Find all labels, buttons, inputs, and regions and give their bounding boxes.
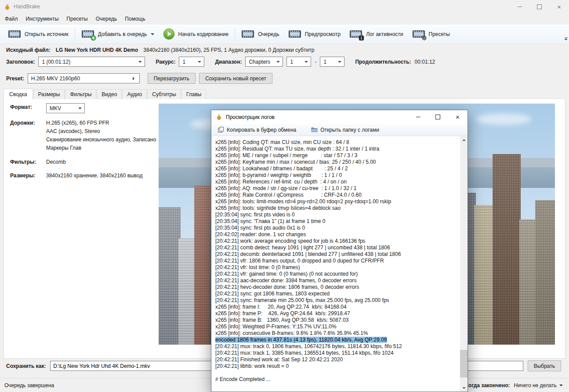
open-source-button[interactable]: Открыть источник xyxy=(4,27,73,41)
activity-log-button[interactable]: Лог активности xyxy=(345,27,407,41)
scrollbar-thumb[interactable] xyxy=(460,350,468,378)
reload-preset-button[interactable]: Перезагрузить xyxy=(148,73,196,84)
log-line-0: x265 [info]: Coding QT: max CU size, min… xyxy=(215,139,458,146)
close-button[interactable]: × xyxy=(549,0,569,13)
menu-item-2[interactable]: Пресеты xyxy=(62,13,91,25)
log-close-button[interactable]: × xyxy=(448,110,468,124)
tab-5[interactable]: Субтитры xyxy=(147,89,181,99)
chevron-down-icon xyxy=(276,61,280,65)
tab-0[interactable]: Сводка xyxy=(4,89,33,100)
log-line-14: [20:42:02] reader: done. 1 scr changes xyxy=(215,231,458,238)
format-select[interactable]: MKV xyxy=(46,103,85,113)
log-line-32: [20:42:21] mux: track 1, 3385 frames, 13… xyxy=(215,350,458,356)
log-line-16: [20:42:21] comb detect: heavy 1091 | lig… xyxy=(215,245,458,251)
building xyxy=(194,186,211,345)
preset-select[interactable]: H.265 MKV 2160p60 xyxy=(28,73,140,83)
log-line-9: x265 [info]: tools: limit-modes rd=4 psy… xyxy=(215,198,458,205)
tab-3[interactable]: Видео xyxy=(97,89,122,99)
scroll-down-arrow[interactable] xyxy=(460,384,468,392)
tab-4[interactable]: Аудио xyxy=(122,89,147,99)
chevron-down-icon xyxy=(151,33,154,37)
toolbar-overflow-chevron[interactable] xyxy=(564,37,568,42)
log-line-4: x265 [info]: Lookahead / bframes / badap… xyxy=(215,165,458,172)
log-title-bar[interactable]: Просмотрщик логов × xyxy=(211,110,468,124)
log-line-13: [20:35:04] sync: first pts audio 0x1 is … xyxy=(215,225,458,231)
preset-row: Preset: H.265 MKV 2160p60 Перезагрузить … xyxy=(6,73,272,84)
copy-to-clipboard-button[interactable]: Копировать в буфер обмена xyxy=(216,126,298,134)
log-line-20: [20:42:21] vfr: gained time: 0 (0 frames… xyxy=(215,271,458,277)
duration-label: Продолжительность: xyxy=(355,59,411,65)
chevron-down-icon xyxy=(304,61,308,65)
when-done-dropdown[interactable]: Ничего не делать xyxy=(514,382,563,388)
menu-item-3[interactable]: Очередь xyxy=(92,13,121,25)
save-as-label: Сохранить как: xyxy=(6,363,46,369)
add-to-queue-label: Добавить в очередь xyxy=(98,31,147,37)
dimensions-value: 3840x2160 хранение, 3840x2160 вывод xyxy=(46,172,142,180)
when-done-group: Когда закончено: Ничего не делать xyxy=(465,382,565,388)
chevron-right-icon xyxy=(133,77,136,80)
log-minimize-button[interactable] xyxy=(408,110,428,124)
handbrake-logo-icon xyxy=(4,4,11,10)
log-maximize-button[interactable] xyxy=(428,110,448,124)
browse-button[interactable]: Выбрать xyxy=(528,360,561,371)
chevron-down-icon xyxy=(559,385,563,388)
presets-button[interactable]: Пресеты xyxy=(408,27,454,41)
window-controls: × xyxy=(510,0,569,13)
angle-select-value: 1 xyxy=(182,59,185,65)
start-encode-button[interactable]: Начать кодирование xyxy=(159,26,233,42)
range-type-value: Chapters xyxy=(249,59,270,65)
building xyxy=(178,238,196,345)
building xyxy=(519,219,537,345)
open-log-folder-button[interactable]: Открыть папку с логами xyxy=(309,126,381,134)
range-label: Диапазон: xyxy=(215,59,242,65)
filters-label: Фильтры: xyxy=(10,158,46,166)
format-select-value: MKV xyxy=(50,104,61,112)
when-done-label: Когда закончено: xyxy=(465,382,510,388)
building xyxy=(493,154,520,345)
log-line-31: [20:42:21] mux: track 0, 1806 frames, 10… xyxy=(215,343,458,350)
log-line-11: [20:35:04] sync: first pts video is 0 xyxy=(215,212,458,218)
building xyxy=(474,205,494,345)
log-line-22: [20:42:21] hevc-decoder done: 1806 frame… xyxy=(215,284,458,291)
angle-label: Ракурс: xyxy=(156,59,175,65)
log-scrollbar[interactable] xyxy=(460,136,468,392)
minimize-button[interactable] xyxy=(510,0,529,13)
maximize-button[interactable] xyxy=(529,0,549,13)
track-line-3: Маркеры Глав xyxy=(46,144,156,152)
menu-item-0[interactable]: Файл xyxy=(1,13,22,25)
tab-1[interactable]: Размеры xyxy=(33,89,65,99)
log-line-23: [20:42:21] sync: got 1806 frames, 1803 e… xyxy=(215,291,458,297)
preview-button[interactable]: Предпросмотр xyxy=(284,27,345,41)
main-toolbar: Открыть источник Добавить в очередь Нача… xyxy=(0,25,569,44)
building xyxy=(159,207,181,345)
log-toolbar: Копировать в буфер обмена Открыть папку … xyxy=(211,124,468,136)
range-from-value: 1 xyxy=(290,59,293,65)
chevron-down-icon xyxy=(78,108,82,111)
range-type-select[interactable]: Chapters xyxy=(245,57,283,67)
summary-fields: Формат: MKV Дорожки: H.265 (x265), 60 FP… xyxy=(10,103,157,185)
range-from-select[interactable]: 1 xyxy=(286,57,311,67)
angle-select[interactable]: 1 xyxy=(179,57,204,67)
log-line-30: encoded 1806 frames in 437.81s (4.13 fps… xyxy=(215,337,458,343)
queue-button[interactable]: Очередь xyxy=(237,27,284,41)
log-selected-text: encoded 1806 frames in 437.81s (4.13 fps… xyxy=(215,337,387,343)
film-icon xyxy=(8,29,21,39)
title-select[interactable]: 1 (00:01:12) xyxy=(38,57,145,67)
activity-log-label: Лог активности xyxy=(366,31,403,37)
menu-item-4[interactable]: Помощь xyxy=(121,13,149,25)
scroll-up-arrow[interactable] xyxy=(460,136,468,144)
track-line-0: H.265 (x265), 60 FPS PFR xyxy=(46,119,156,127)
save-new-preset-button[interactable]: Сохранить новый пресет xyxy=(199,73,272,84)
filters-value: Decomb xyxy=(46,158,66,166)
tab-2[interactable]: Фильтры xyxy=(65,89,96,99)
title-label: Заголовок: xyxy=(6,59,35,65)
title-bar[interactable]: HandBrake × xyxy=(0,0,569,13)
copy-icon xyxy=(217,126,224,133)
add-to-queue-button[interactable]: Добавить в очередь xyxy=(77,27,159,41)
range-to-select[interactable]: 1 xyxy=(320,57,344,67)
tab-6[interactable]: Главы xyxy=(181,89,207,99)
log-text[interactable]: x265 [info]: Coding QT: max CU size, min… xyxy=(212,136,460,392)
title-select-value: 1 (00:01:12) xyxy=(42,59,70,65)
menu-item-1[interactable]: Инструменты xyxy=(22,13,63,25)
track-line-2: Сканирование иноязычного аудио, Записано xyxy=(46,136,156,144)
